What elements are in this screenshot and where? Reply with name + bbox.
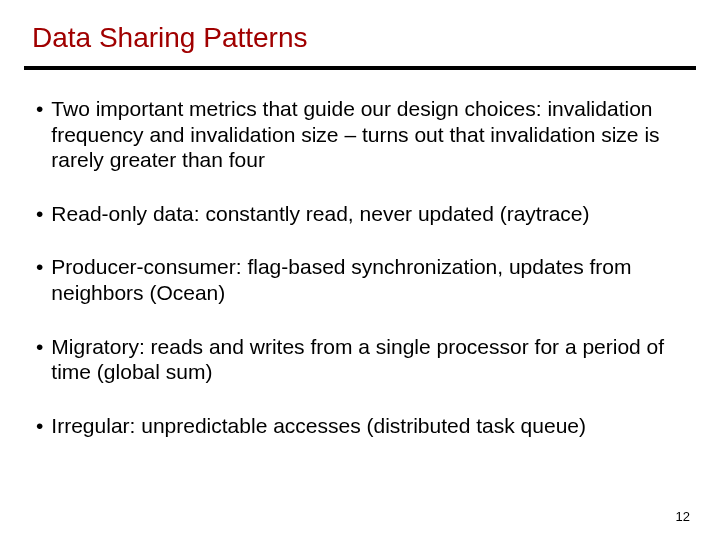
bullet-text: Two important metrics that guide our des… xyxy=(51,96,692,173)
bullet-text: Migratory: reads and writes from a singl… xyxy=(51,334,692,385)
page-number: 12 xyxy=(676,509,690,524)
bullet-icon: • xyxy=(36,96,51,122)
bullet-icon: • xyxy=(36,201,51,227)
bullet-text: Read-only data: constantly read, never u… xyxy=(51,201,692,227)
slide-body: • Two important metrics that guide our d… xyxy=(0,70,720,438)
slide-title: Data Sharing Patterns xyxy=(0,0,720,62)
bullet-item: • Migratory: reads and writes from a sin… xyxy=(36,334,692,385)
bullet-item: • Producer-consumer: flag-based synchron… xyxy=(36,254,692,305)
bullet-icon: • xyxy=(36,334,51,360)
bullet-icon: • xyxy=(36,254,51,280)
bullet-text: Irregular: unpredictable accesses (distr… xyxy=(51,413,692,439)
bullet-text: Producer-consumer: flag-based synchroniz… xyxy=(51,254,692,305)
bullet-item: • Irregular: unpredictable accesses (dis… xyxy=(36,413,692,439)
bullet-item: • Read-only data: constantly read, never… xyxy=(36,201,692,227)
bullet-icon: • xyxy=(36,413,51,439)
slide: Data Sharing Patterns • Two important me… xyxy=(0,0,720,540)
bullet-item: • Two important metrics that guide our d… xyxy=(36,96,692,173)
